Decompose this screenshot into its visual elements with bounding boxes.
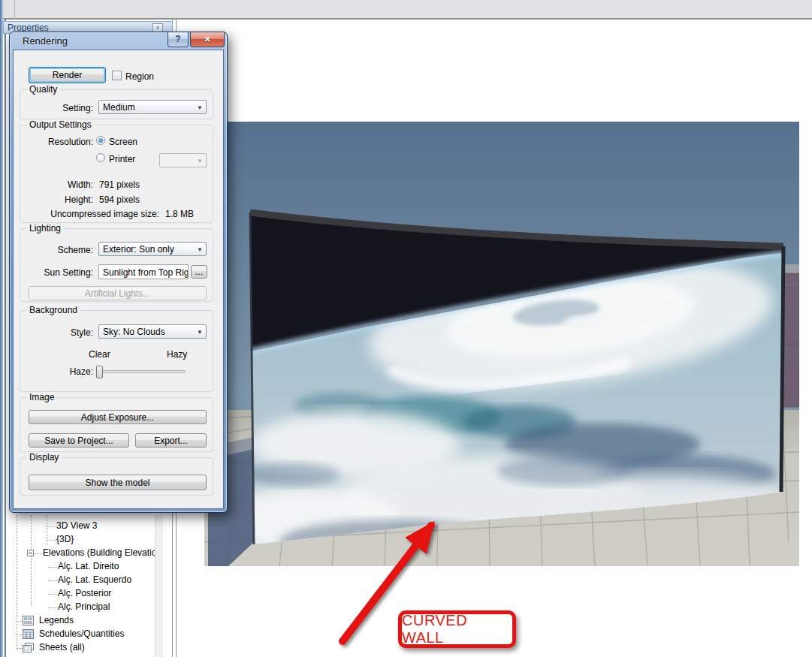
haze-label: Haze: [29,366,93,377]
style-label: Style: [29,327,93,338]
haze-slider-thumb[interactable] [96,366,103,378]
background-style-dropdown[interactable]: Sky: No Clouds ▼ [98,324,207,339]
quality-setting-dropdown[interactable]: Medium ▼ [98,100,207,114]
show-the-model-button[interactable]: Show the model [29,475,207,490]
height-row: Height: 594 pixels [29,194,140,205]
region-label: Region [125,71,154,82]
clear-label: Clear [89,349,110,360]
tree-item-3d[interactable]: {3D} [6,534,161,546]
tree-item-label: Alç. Posterior [58,588,111,598]
tree-stub [48,607,57,608]
uncompressed-value: 1.8 MB [165,209,194,219]
dropdown-arrow-icon: ▼ [197,246,203,253]
tree-item-3d-view-3[interactable]: 3D View 3 [6,520,161,532]
quality-setting-value: Medium [103,102,135,113]
tree-item-alc-posterior[interactable]: Alç. Posterior [6,588,161,600]
background-style-value: Sky: No Clouds [103,327,165,337]
output-settings-group-label: Output Settings [26,119,95,130]
tree-item-alc-lat-direito[interactable]: Alç. Lat. Direito [6,561,161,573]
dialog-close-button[interactable]: ✕ [190,32,225,47]
tree-item-label: Alç. Lat. Direito [58,561,119,571]
tree-item-label: Legends [39,615,74,625]
scheme-label: Scheme: [29,245,93,255]
haze-slider-track[interactable] [98,370,186,373]
help-icon: ? [175,34,180,44]
hazy-label: Hazy [167,349,187,360]
dropdown-arrow-icon: ▼ [197,158,203,164]
tree-scrollbar[interactable] [155,515,163,657]
tree-item-legends[interactable]: Legends [6,615,161,627]
setting-label: Setting: [29,103,93,113]
adjust-exposure-button[interactable]: Adjust Exposure... [29,410,207,424]
window-left-border [0,0,3,657]
tree-item-label: Alç. Lat. Esquerdo [58,574,131,585]
background-group-label: Background [26,305,80,315]
annotation-text: CURVED WALL [402,612,512,646]
export-button[interactable]: Export... [135,433,207,448]
tree-stub [48,567,57,568]
sun-setting-label: Sun Setting: [29,267,93,278]
ribbon-bottom-strip [0,0,812,20]
width-label: Width: [29,179,93,190]
dropdown-arrow-icon: ▼ [197,104,203,111]
height-label: Height: [29,194,93,205]
ribbon-separator [14,0,15,20]
printer-dpi-dropdown: ▼ [159,153,207,167]
tree-item-alc-lat-esquerdo[interactable]: Alç. Lat. Esquerdo [6,574,161,586]
sheets-icon [23,643,34,652]
annotation-callout: CURVED WALL [398,610,516,648]
uncompressed-label: Uncompressed image size: [50,209,159,219]
tree-item-label: 3D View 3 [56,520,97,531]
tree-stub [48,594,57,595]
width-row: Width: 791 pixels [29,179,140,190]
resolution-printer-radio[interactable] [96,153,105,162]
radio-dot [98,138,103,143]
tree-item-label: Elevations (Building Elevatio [43,547,156,558]
wall-right-edge [781,246,783,492]
sun-setting-value: Sunlight from Top Righ [103,267,189,278]
artificial-lights-button: Artificial Lights... [29,286,207,300]
image-group-label: Image [26,392,57,402]
tree-item-label: Alç. Principal [58,601,110,612]
rendering-dialog: Rendering ? ✕ Render Region Quality Sett… [9,32,228,513]
dialog-help-button[interactable]: ? [168,32,189,47]
close-icon: ✕ [204,35,210,44]
project-browser-tree: 3D View 3 {3D} Elevations (Building Elev… [6,515,172,657]
tree-item-label: Schedules/Quantities [39,628,124,639]
tree-item-schedules[interactable]: Schedules/Quantities [6,628,161,640]
tree-item-sheets[interactable]: Sheets (all) [6,642,161,654]
screen-label: Screen [109,137,137,147]
lighting-scheme-dropdown[interactable]: Exterior: Sun only ▼ [98,242,207,256]
dialog-title: Rendering [23,35,68,47]
legends-icon [23,616,34,625]
render-button[interactable]: Render [29,67,106,83]
display-group-label: Display [26,452,62,463]
dialog-body: Render Region Quality Setting: Medium ▼ … [13,50,224,509]
region-checkbox[interactable] [112,71,122,80]
collapse-minus-icon[interactable] [27,550,34,556]
quality-group-label: Quality [26,84,60,95]
render-scene-svg [204,122,799,566]
schedules-icon [23,629,34,639]
lighting-group-label: Lighting [26,223,64,234]
printer-label: Printer [109,154,135,164]
height-value: 594 pixels [99,194,140,205]
tree-item-label: {3D} [56,534,74,544]
sun-setting-field[interactable]: Sunlight from Top Righ [98,264,189,279]
uncompressed-size-row: Uncompressed image size: 1.8 MB [29,209,194,219]
dropdown-arrow-icon: ▼ [197,329,203,336]
lighting-scheme-value: Exterior: Sun only [103,244,174,255]
tree-stub [47,526,56,527]
sun-setting-browse-button[interactable]: ... [191,265,207,279]
tree-item-label: Sheets (all) [39,642,85,652]
tree-item-alc-principal[interactable]: Alç. Principal [6,601,161,613]
tree-item-elevations[interactable]: Elevations (Building Elevatio [6,547,161,559]
tree-stub [47,540,56,541]
resolution-label: Resolution: [29,137,93,147]
render-view[interactable] [204,122,799,566]
tree-stub [48,580,57,581]
save-to-project-button[interactable]: Save to Project... [29,433,129,448]
width-value: 791 pixels [99,179,140,190]
resolution-screen-radio[interactable] [96,136,105,145]
revit-app-window: Properties x 3D View 3 {3D} Elevations (… [0,0,812,657]
